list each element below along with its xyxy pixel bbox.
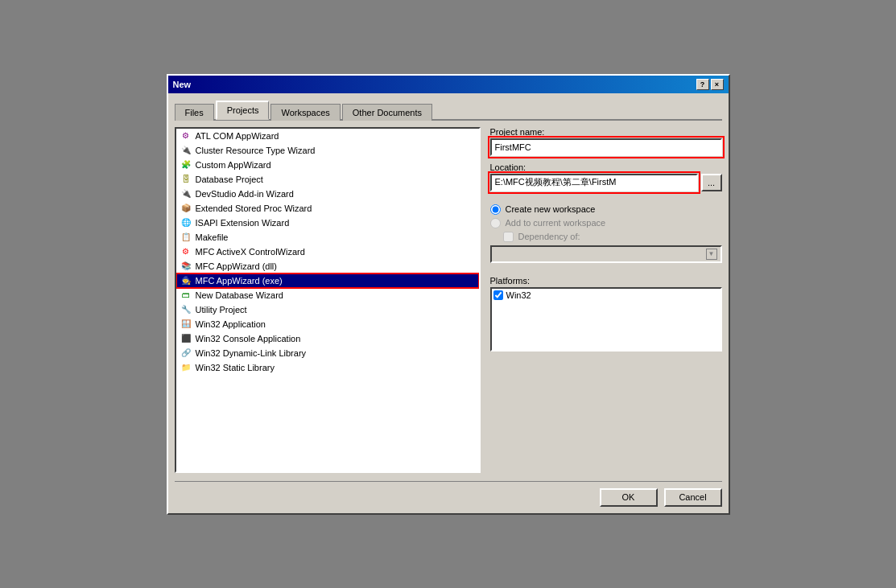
list-item-label-dynlink: Win32 Dynamic-Link Library	[196, 348, 307, 358]
cluster-icon: 🔌	[180, 144, 192, 157]
mfc_dll-icon: 📚	[180, 260, 192, 273]
radio-add-input	[490, 218, 501, 228]
title-bar-title: New	[173, 80, 192, 89]
project-name-label: Project name:	[490, 127, 722, 137]
content-area: ⚙ATL COM AppWizard🔌Cluster Resource Type…	[175, 127, 722, 473]
tab-files[interactable]: Files	[175, 104, 214, 121]
cancel-button[interactable]: Cancel	[664, 488, 722, 507]
dropdown-arrow-icon: ▼	[706, 249, 717, 260]
list-item-label-activex: MFC ActiveX ControlWizard	[196, 247, 305, 257]
project-name-input[interactable]	[490, 138, 722, 156]
list-item-mfc_exe[interactable]: 🧙MFC AppWizard (exe)	[176, 273, 479, 288]
devstudio-icon: 🔌	[180, 187, 192, 200]
location-row: ...	[490, 174, 722, 191]
checkbox-dependency: Dependency of:	[503, 232, 722, 242]
title-bar: New ? ×	[168, 76, 729, 93]
browse-button[interactable]: ...	[701, 174, 722, 191]
platforms-list[interactable]: Win32	[490, 287, 722, 352]
list-item-label-mfc_exe: MFC AppWizard (exe)	[196, 276, 283, 286]
list-item-database[interactable]: 🗄Database Project	[176, 172, 479, 187]
tab-other-documents[interactable]: Other Documents	[342, 104, 432, 121]
makefile-icon: 📋	[180, 231, 192, 244]
list-item-label-static: Win32 Static Library	[196, 363, 275, 372]
dependency-label: Dependency of:	[518, 232, 580, 241]
list-item-label-atl: ATL COM AppWizard	[196, 131, 279, 141]
dynlink-icon: 🔗	[180, 347, 192, 360]
console-icon: ⬛	[180, 332, 192, 345]
dependency-dropdown: ▼	[490, 245, 722, 263]
platform-win32-label: Win32	[506, 290, 531, 300]
right-panel: Project name: Location: ... Create new w	[490, 127, 722, 473]
list-item-win32app[interactable]: 🪟Win32 Application	[176, 317, 479, 331]
static-icon: 📁	[180, 361, 192, 374]
radio-create-label: Create new workspace	[506, 204, 596, 214]
close-button[interactable]: ×	[711, 79, 724, 90]
list-item-label-utility: Utility Project	[196, 305, 247, 315]
radio-group: Create new workspace Add to current work…	[490, 204, 722, 263]
platform-win32-checkbox[interactable]	[493, 290, 503, 300]
location-label: Location:	[490, 162, 722, 172]
radio-create-workspace[interactable]: Create new workspace	[490, 204, 722, 215]
newdb-icon: 🗃	[180, 289, 192, 302]
list-item-label-custom: Custom AppWizard	[196, 160, 271, 170]
dialog-body: Files Projects Workspaces Other Document…	[168, 93, 729, 513]
list-item-console[interactable]: ⬛Win32 Console Application	[176, 331, 479, 346]
bottom-row: OK Cancel	[175, 481, 722, 507]
list-item-mfc_dll[interactable]: 📚MFC AppWizard (dll)	[176, 259, 479, 273]
activex-icon: ⚙	[180, 245, 192, 258]
list-item-newdb[interactable]: 🗃New Database Wizard	[176, 288, 479, 302]
project-name-section: Project name:	[490, 127, 722, 156]
win32app-icon: 🪟	[180, 318, 192, 331]
list-item-static[interactable]: 📁Win32 Static Library	[176, 360, 479, 375]
list-item-cluster[interactable]: 🔌Cluster Resource Type Wizard	[176, 143, 479, 158]
location-section: Location: ...	[490, 162, 722, 191]
list-item-extended[interactable]: 📦Extended Stored Proc Wizard	[176, 201, 479, 216]
custom-icon: 🧩	[180, 158, 192, 171]
list-item-isapi[interactable]: 🌐ISAPI Extension Wizard	[176, 216, 479, 230]
list-item-activex[interactable]: ⚙MFC ActiveX ControlWizard	[176, 245, 479, 259]
list-item-label-newdb: New Database Wizard	[196, 290, 283, 300]
list-item-label-cluster: Cluster Resource Type Wizard	[196, 146, 316, 155]
list-item-label-devstudio: DevStudio Add-in Wizard	[196, 189, 294, 199]
tab-projects[interactable]: Projects	[216, 101, 270, 120]
list-item-makefile[interactable]: 📋Makefile	[176, 230, 479, 245]
title-bar-buttons: ? ×	[696, 79, 724, 90]
list-item-utility[interactable]: 🔧Utility Project	[176, 302, 479, 317]
platform-win32-item: Win32	[493, 290, 719, 300]
radio-add-workspace: Add to current workspace	[490, 218, 722, 228]
dependency-checkbox	[503, 232, 514, 242]
list-item-custom[interactable]: 🧩Custom AppWizard	[176, 158, 479, 172]
list-item-label-console: Win32 Console Application	[196, 334, 301, 343]
list-item-devstudio[interactable]: 🔌DevStudio Add-in Wizard	[176, 187, 479, 201]
ok-button[interactable]: OK	[600, 488, 658, 507]
list-item-label-isapi: ISAPI Extension Wizard	[196, 218, 290, 228]
list-item-label-win32app: Win32 Application	[196, 319, 266, 329]
database-icon: 🗄	[180, 173, 192, 186]
tabs-row: Files Projects Workspaces Other Document…	[175, 100, 722, 121]
list-item-label-mfc_dll: MFC AppWizard (dll)	[196, 261, 277, 271]
list-item-label-database: Database Project	[196, 175, 263, 184]
radio-add-label: Add to current workspace	[506, 218, 606, 228]
mfc_exe-icon: 🧙	[180, 274, 192, 287]
location-input[interactable]	[490, 174, 698, 191]
extended-icon: 📦	[180, 202, 192, 215]
tab-workspaces[interactable]: Workspaces	[270, 104, 340, 121]
list-item-label-extended: Extended Stored Proc Wizard	[196, 204, 312, 213]
list-item-atl[interactable]: ⚙ATL COM AppWizard	[176, 129, 479, 143]
dialog-window: New ? × Files Projects Workspaces Other …	[167, 74, 730, 515]
utility-icon: 🔧	[180, 303, 192, 316]
atl-icon: ⚙	[180, 130, 192, 142]
isapi-icon: 🌐	[180, 216, 192, 229]
project-list[interactable]: ⚙ATL COM AppWizard🔌Cluster Resource Type…	[175, 127, 481, 473]
list-item-label-makefile: Makefile	[196, 232, 229, 242]
platforms-label: Platforms:	[490, 276, 722, 286]
radio-create-input[interactable]	[490, 204, 501, 215]
help-button[interactable]: ?	[696, 79, 709, 90]
platforms-section: Platforms: Win32	[490, 276, 722, 352]
list-item-dynlink[interactable]: 🔗Win32 Dynamic-Link Library	[176, 346, 479, 360]
